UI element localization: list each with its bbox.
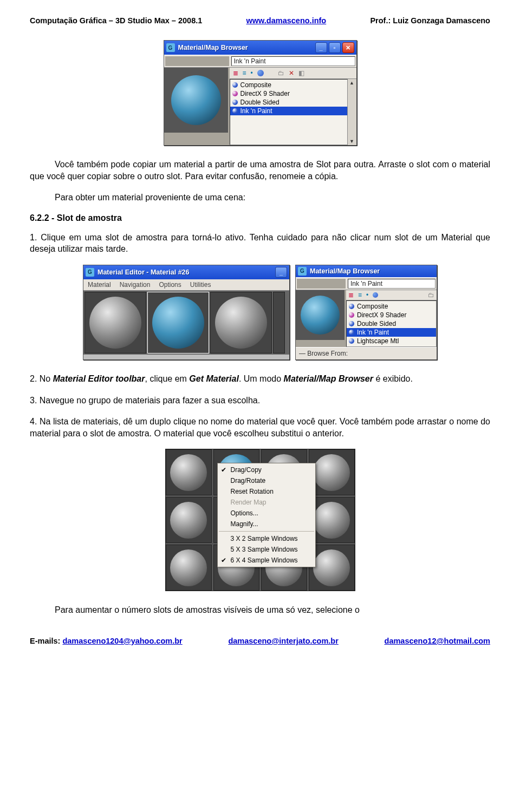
sample-sphere-icon: [170, 549, 207, 586]
menu-separator: [219, 531, 314, 532]
close-button[interactable]: ✕: [342, 42, 354, 53]
list-item-label: Composite: [240, 81, 271, 89]
material-dot-icon: [232, 100, 238, 105]
menu-item-options[interactable]: Options...: [218, 508, 315, 519]
sample-slot[interactable]: [84, 292, 146, 353]
menu-item[interactable]: Navigation: [120, 281, 151, 289]
menu-item-reset-rotation[interactable]: Reset Rotation: [218, 486, 315, 497]
material-list[interactable]: CompositeDirectX 9 ShaderDouble SidedInk…: [346, 300, 437, 347]
material-dot-icon: [349, 312, 354, 318]
menu-item-drag-copy[interactable]: ✔Drag/Copy: [218, 464, 315, 475]
header-link[interactable]: www.damasceno.info: [246, 16, 327, 25]
preview-sphere-icon: [301, 296, 340, 335]
material-list[interactable]: CompositeDirectX 9 ShaderDouble SidedInk…: [230, 79, 348, 145]
menu-item[interactable]: Material: [88, 281, 111, 289]
window-titlebar[interactable]: G Material/Map Browser: [296, 265, 437, 277]
window-title: Material Editor - Material #26: [98, 269, 272, 276]
sample-slot[interactable]: [166, 497, 212, 543]
scroll-up-icon[interactable]: ▲: [349, 80, 354, 86]
sample-slot[interactable]: [147, 292, 209, 353]
sphere-view-icon[interactable]: [373, 292, 378, 298]
menu-bar[interactable]: MaterialNavigationOptionsUtilities: [83, 279, 289, 291]
section-heading: 6.2.2 - Slot de amostra: [30, 213, 490, 223]
footer-email-link[interactable]: damasceno1204@yahoo.com.br: [62, 637, 182, 645]
view-list-icon[interactable]: ≣: [233, 69, 238, 77]
list-item[interactable]: Ink 'n Paint: [347, 328, 436, 337]
material-dot-icon: [349, 304, 354, 309]
list-item[interactable]: Double Sided: [347, 319, 436, 328]
list-item-label: Double Sided: [240, 99, 280, 106]
sample-slot[interactable]: [166, 449, 212, 495]
window-title: Material/Map Browser: [310, 267, 434, 275]
menu-item[interactable]: Utilities: [190, 281, 211, 289]
maximize-button[interactable]: ▫: [329, 42, 341, 53]
sample-slot[interactable]: [210, 292, 272, 353]
material-preview: [296, 290, 344, 340]
list-item-label: Ink 'n Paint: [240, 107, 272, 115]
minimize-button[interactable]: _: [275, 267, 287, 278]
paragraph: 4. Na lista de materiais, dê um duplo cl…: [30, 416, 490, 439]
figure-material-map-browser-small: G Material/Map Browser _ ▫ ✕ Ink 'n Pain…: [30, 40, 490, 146]
term-material-editor-toolbar: Material Editor toolbar: [53, 374, 145, 383]
sample-slot-partial[interactable]: [273, 292, 285, 353]
term-get-material: Get Material: [189, 374, 239, 383]
menu-item-magnify[interactable]: Magnify...: [218, 519, 315, 529]
browse-from-label: — Browse From:: [296, 347, 437, 359]
footer-email-link[interactable]: damasceno@interjato.com.br: [228, 637, 339, 645]
material-dot-icon: [349, 330, 354, 335]
bullet-icon[interactable]: •: [366, 291, 368, 299]
figure-editor-and-browser: G Material Editor - Material #26 _ Mater…: [30, 265, 490, 360]
list-item[interactable]: Double Sided: [230, 98, 347, 107]
window-titlebar[interactable]: G Material Editor - Material #26 _: [83, 265, 289, 279]
bullet-icon[interactable]: •: [251, 69, 253, 77]
check-icon: ✔: [221, 556, 226, 564]
paragraph: Você também pode copiar um material a pa…: [30, 159, 490, 182]
view-thumbs-icon[interactable]: ≡: [243, 69, 246, 77]
view-list-icon[interactable]: ≣: [348, 291, 354, 299]
material-preview: [164, 68, 228, 133]
menu-item-render-map: Render Map: [218, 497, 315, 508]
figure-context-menu: ✔Drag/Copy Drag/Rotate Reset Rotation Re…: [30, 449, 490, 591]
clear-icon[interactable]: ◧: [298, 69, 304, 77]
list-item[interactable]: Ink 'n Paint: [230, 107, 347, 115]
material-name-field[interactable]: Ink 'n Paint: [231, 56, 355, 66]
material-dot-icon: [232, 82, 238, 88]
sample-sphere-icon: [152, 297, 204, 349]
footer-email-link[interactable]: damasceno12@hotmail.com: [385, 637, 490, 645]
sample-sphere-icon: [215, 297, 267, 349]
list-item-label: DirectX 9 Shader: [240, 90, 290, 97]
list-item-label: Lightscape Mtl: [357, 337, 399, 345]
app-icon: G: [166, 43, 175, 52]
browser-toolbar: ≣ ≡ • 🗀 ✕ ◧: [230, 68, 356, 79]
window-titlebar[interactable]: G Material/Map Browser _ ▫ ✕: [164, 41, 356, 55]
sample-sphere-icon: [313, 549, 350, 586]
menu-item-drag-rotate[interactable]: Drag/Rotate: [218, 475, 315, 486]
sample-sphere-icon: [89, 297, 141, 349]
tool-icon[interactable]: 🗀: [428, 291, 434, 299]
menu-item-6x4[interactable]: ✔6 X 4 Sample Windows: [218, 555, 315, 566]
menu-item-5x3[interactable]: 5 X 3 Sample Windows: [218, 544, 315, 555]
menu-item[interactable]: Options: [159, 281, 181, 289]
paragraph: 1. Clique em uma slot de amostra para to…: [30, 232, 490, 255]
page-footer: E-mails: damasceno1204@yahoo.com.br dama…: [0, 637, 520, 656]
material-dot-icon: [232, 108, 238, 114]
sphere-view-icon[interactable]: [257, 70, 264, 76]
scroll-down-icon[interactable]: ▼: [349, 139, 354, 144]
scrollbar[interactable]: ▲▼: [348, 79, 356, 145]
menu-item-3x2[interactable]: 3 X 2 Sample Windows: [218, 533, 315, 544]
page-header: Computação Gráfica – 3D Studio Max – 200…: [30, 16, 490, 25]
list-item[interactable]: DirectX 9 Shader: [347, 311, 436, 319]
list-item[interactable]: Lightscape Mtl: [347, 337, 436, 345]
list-item[interactable]: Composite: [230, 81, 347, 89]
list-item[interactable]: DirectX 9 Shader: [230, 89, 347, 98]
context-menu[interactable]: ✔Drag/Copy Drag/Rotate Reset Rotation Re…: [217, 463, 316, 567]
list-item[interactable]: Composite: [347, 302, 436, 311]
paragraph: 3. Navegue no grupo de materiais para fa…: [30, 395, 490, 407]
minimize-button[interactable]: _: [315, 42, 327, 53]
view-thumbs-icon[interactable]: ≡: [358, 291, 362, 299]
material-name-field[interactable]: Ink 'n Paint: [348, 279, 435, 289]
sample-slot[interactable]: [166, 545, 212, 591]
tool-icon[interactable]: 🗀: [278, 69, 284, 77]
list-item-label: Ink 'n Paint: [357, 329, 389, 336]
delete-icon[interactable]: ✕: [289, 69, 294, 77]
